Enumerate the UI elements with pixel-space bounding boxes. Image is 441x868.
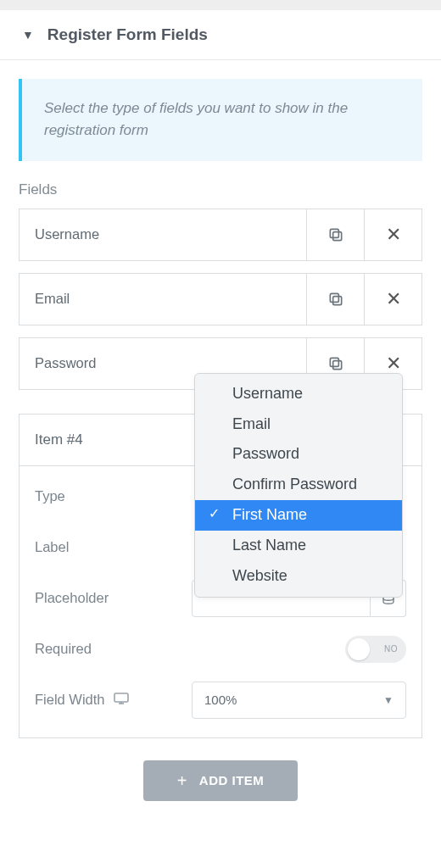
dropdown-option-last-name[interactable]: Last Name (195, 531, 402, 561)
field-width-select[interactable]: 100% ▼ (192, 682, 406, 719)
dropdown-option-password[interactable]: Password (195, 439, 402, 470)
dropdown-option-email[interactable]: Email (195, 409, 402, 440)
chevron-down-icon: ▼ (383, 694, 394, 706)
fields-label: Fields (19, 181, 422, 198)
svg-rect-4 (332, 360, 341, 369)
section-title: Register Form Fields (47, 25, 208, 44)
dropdown-option-first-name[interactable]: First Name (195, 500, 402, 531)
add-item-label: ADD ITEM (199, 773, 265, 787)
fields-list: Username ✕ Email ✕ Password ✕ (19, 209, 422, 738)
field-width-label: Field Width (35, 692, 105, 708)
required-label: Required (35, 641, 192, 657)
svg-rect-2 (332, 296, 341, 304)
required-toggle[interactable]: NO (345, 636, 406, 663)
dropdown-option-confirm-password[interactable]: Confirm Password (195, 470, 402, 500)
window-top-bar (0, 0, 441, 10)
copy-icon (327, 291, 344, 308)
responsive-icon[interactable] (114, 692, 129, 708)
dropdown-option-website[interactable]: Website (195, 561, 402, 592)
caret-down-icon: ▼ (22, 28, 34, 42)
svg-rect-3 (330, 293, 338, 302)
svg-rect-7 (114, 693, 128, 702)
form-row-required: Required NO (35, 631, 406, 668)
remove-button[interactable]: ✕ (364, 274, 421, 325)
info-text: Select the type of fields you want to sh… (44, 100, 348, 138)
field-row[interactable]: Email ✕ (19, 273, 422, 326)
plus-icon: + (177, 772, 187, 789)
copy-icon (327, 355, 344, 372)
info-box: Select the type of fields you want to sh… (19, 79, 422, 161)
toggle-knob (348, 638, 370, 660)
close-icon: ✕ (386, 288, 401, 310)
form-row-field-width: Field Width 100% ▼ (35, 682, 406, 719)
type-label: Type (35, 488, 192, 504)
accordion-header[interactable]: ▼ Register Form Fields (0, 10, 441, 60)
toggle-text: NO (384, 644, 398, 654)
add-item-button[interactable]: + ADD ITEM (143, 760, 299, 801)
field-editor: Item #4 Username Email Password Confirm … (19, 414, 422, 738)
editor-body: Username Email Password Confirm Password… (20, 466, 421, 737)
copy-icon (327, 226, 344, 243)
duplicate-button[interactable] (306, 274, 364, 325)
add-item-row: + ADD ITEM (19, 738, 422, 808)
panel-body: Select the type of fields you want to sh… (0, 60, 441, 808)
svg-rect-1 (330, 229, 338, 237)
placeholder-label: Placeholder (35, 590, 192, 606)
label-label: Label (35, 539, 192, 555)
remove-button[interactable]: ✕ (364, 209, 421, 260)
field-width-value: 100% (204, 693, 237, 707)
duplicate-button[interactable] (306, 209, 364, 260)
type-dropdown[interactable]: Username Email Password Confirm Password… (194, 373, 403, 598)
dropdown-option-username[interactable]: Username (195, 379, 402, 409)
field-title: Username (20, 209, 306, 260)
svg-rect-5 (330, 358, 338, 366)
field-row[interactable]: Username ✕ (19, 209, 422, 261)
close-icon: ✕ (386, 224, 401, 246)
field-title: Email (20, 274, 306, 325)
svg-rect-0 (332, 231, 341, 240)
close-icon: ✕ (386, 353, 401, 375)
